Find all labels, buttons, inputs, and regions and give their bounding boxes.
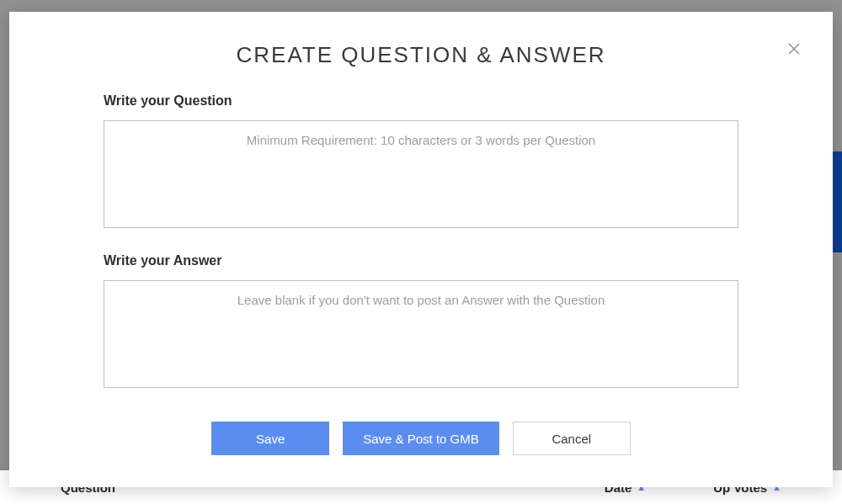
question-input[interactable] <box>104 120 738 228</box>
modal-header: CREATE QUESTION & ANSWER <box>43 42 799 68</box>
question-label: Write your Question <box>104 93 738 109</box>
form-section: Write your Question Write your Answer <box>43 93 799 391</box>
modal-title: CREATE QUESTION & ANSWER <box>43 42 799 68</box>
answer-label: Write your Answer <box>104 253 738 268</box>
close-button[interactable] <box>782 37 806 61</box>
cancel-button[interactable]: Cancel <box>513 422 631 455</box>
create-qa-modal: CREATE QUESTION & ANSWER Write your Ques… <box>9 12 833 487</box>
button-row: Save Save & Post to GMB Cancel <box>43 422 799 455</box>
answer-input[interactable] <box>104 280 738 388</box>
save-post-gmb-button[interactable]: Save & Post to GMB <box>343 422 499 455</box>
close-icon <box>787 42 801 56</box>
save-button[interactable]: Save <box>211 422 329 455</box>
